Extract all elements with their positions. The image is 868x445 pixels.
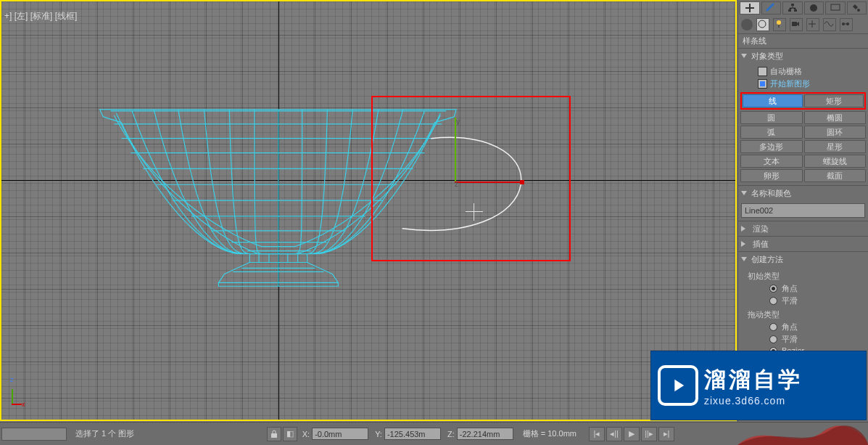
btn-polygon[interactable]: 多边形 bbox=[740, 140, 803, 153]
shapes-icon[interactable] bbox=[756, 18, 769, 31]
rollout-title: 对象类型 bbox=[751, 51, 783, 62]
tab-hierarchy[interactable] bbox=[782, 1, 803, 15]
svg-rect-8 bbox=[792, 22, 797, 26]
viewport-left[interactable]: y z +] [左] [标准] [线框] z x bbox=[0, 0, 737, 421]
radio-initial-corner[interactable] bbox=[769, 285, 777, 293]
goto-start-icon[interactable]: |◂ bbox=[589, 427, 605, 441]
opt-label: 平滑 bbox=[782, 295, 798, 306]
btn-line[interactable]: 线 bbox=[743, 94, 803, 107]
btn-circle[interactable]: 圆 bbox=[740, 111, 803, 124]
spacewarps-icon[interactable] bbox=[823, 18, 836, 31]
play-icon[interactable]: ▶ bbox=[624, 427, 640, 441]
watermark-title: 溜溜自学 bbox=[704, 365, 803, 395]
helpers-icon[interactable] bbox=[806, 18, 819, 31]
view-axes-icon: z x bbox=[12, 383, 26, 405]
watermark-url: zixue.3d66.com bbox=[704, 395, 803, 407]
svg-rect-11 bbox=[271, 433, 277, 438]
btn-egg[interactable]: 卵形 bbox=[740, 169, 803, 182]
tab-display[interactable] bbox=[825, 1, 846, 15]
radio-drag-corner[interactable] bbox=[769, 323, 777, 331]
cameras-icon[interactable] bbox=[790, 18, 803, 31]
autogrid-checkbox[interactable] bbox=[758, 67, 767, 76]
selection-lock-icon[interactable] bbox=[267, 427, 281, 441]
chevron-right-icon bbox=[741, 226, 748, 232]
btn-section[interactable]: 截面 bbox=[804, 169, 867, 182]
tab-create[interactable] bbox=[740, 1, 760, 15]
decorative-wave-icon bbox=[737, 425, 868, 445]
rollout-object-type: 对象类型 自动栅格 开始新图形 线 矩形 圆椭圆 弧圆环 多边形星形 文本螺旋线… bbox=[738, 48, 868, 185]
rollout-creation-method: 创建方法 初始类型 角点 平滑 拖动类型 角点 平滑 Bezier bbox=[738, 251, 868, 358]
tab-motion[interactable] bbox=[804, 1, 824, 15]
next-frame-icon[interactable]: ||▸ bbox=[641, 427, 657, 441]
svg-point-7 bbox=[777, 20, 781, 25]
category-dropdown[interactable]: 样条线 bbox=[738, 33, 868, 48]
coord-y: Y: bbox=[373, 428, 441, 440]
tab-utilities[interactable] bbox=[847, 1, 867, 15]
svg-point-9 bbox=[842, 23, 845, 25]
viewport-label[interactable]: +] [左] [标准] [线框] bbox=[4, 10, 77, 23]
rollout-head-name-color[interactable]: 名称和颜色 bbox=[738, 186, 868, 200]
prev-frame-icon[interactable]: ◂|| bbox=[606, 427, 622, 441]
rollout-title: 创建方法 bbox=[751, 254, 783, 265]
chevron-right-icon bbox=[741, 241, 748, 247]
rollout-head-render[interactable]: 渲染 bbox=[738, 221, 868, 236]
selection-filter-icon[interactable]: ◧ bbox=[283, 427, 297, 441]
rollout-title: 插值 bbox=[753, 239, 769, 250]
btn-text[interactable]: 文本 bbox=[740, 155, 803, 168]
initial-type-label: 初始类型 bbox=[740, 271, 866, 282]
btn-ellipse[interactable]: 椭圆 bbox=[804, 111, 867, 124]
radio-initial-smooth[interactable] bbox=[769, 297, 777, 305]
btn-helix[interactable]: 螺旋线 bbox=[804, 155, 867, 168]
svg-rect-4 bbox=[831, 4, 840, 10]
svg-point-3 bbox=[810, 4, 817, 12]
autogrid-label: 自动栅格 bbox=[770, 66, 802, 77]
playback-controls: |◂ ◂|| ▶ ||▸ ▸| bbox=[588, 427, 675, 441]
svg-point-6 bbox=[759, 20, 766, 28]
opt-label: 角点 bbox=[782, 283, 798, 294]
grid-size-label: 栅格 = 10.0mm bbox=[516, 428, 584, 439]
drag-type-label: 拖动类型 bbox=[740, 309, 866, 320]
selection-status: 选择了 1 个 图形 bbox=[70, 428, 140, 439]
systems-icon[interactable] bbox=[840, 18, 853, 31]
timeline-scrub[interactable] bbox=[1, 428, 67, 441]
btn-ring[interactable]: 圆环 bbox=[804, 126, 867, 139]
chevron-down-icon bbox=[741, 257, 747, 261]
geometry-icon[interactable] bbox=[741, 19, 753, 30]
start-new-shape-checkbox[interactable] bbox=[758, 79, 767, 89]
rollout-name-color: 名称和颜色 Line002 bbox=[738, 185, 868, 218]
btn-arc[interactable]: 弧 bbox=[740, 126, 803, 139]
rollout-title: 名称和颜色 bbox=[751, 188, 791, 199]
coord-x-label: X: bbox=[300, 430, 312, 438]
radio-drag-smooth[interactable] bbox=[769, 335, 777, 343]
rollout-head-interp[interactable]: 插值 bbox=[738, 237, 868, 251]
panel-tab-row bbox=[738, 0, 868, 16]
svg-rect-1 bbox=[788, 9, 791, 12]
opt-label: 角点 bbox=[782, 322, 798, 332]
opt-label: 平滑 bbox=[782, 334, 798, 345]
viewport-grid bbox=[1, 1, 735, 420]
object-name-field[interactable]: Line002 bbox=[741, 203, 865, 218]
coord-z-input[interactable] bbox=[457, 428, 513, 440]
coord-x-input[interactable] bbox=[312, 428, 368, 440]
coord-z: Z: bbox=[445, 428, 513, 440]
tab-modify[interactable] bbox=[761, 1, 782, 15]
rollout-head-object-type[interactable]: 对象类型 bbox=[738, 49, 868, 63]
annotation-highlight-box bbox=[371, 96, 571, 261]
rollout-title: 渲染 bbox=[753, 224, 769, 234]
rollout-head-creation[interactable]: 创建方法 bbox=[738, 252, 868, 266]
axis-vertical bbox=[278, 1, 279, 420]
coord-y-input[interactable] bbox=[384, 428, 441, 440]
create-subcategory-row bbox=[738, 16, 868, 33]
rollout-render: 渲染 bbox=[738, 221, 868, 236]
start-new-shape-label: 开始新图形 bbox=[770, 78, 810, 89]
svg-rect-2 bbox=[794, 9, 797, 12]
svg-point-5 bbox=[857, 9, 860, 12]
btn-rect[interactable]: 矩形 bbox=[804, 94, 864, 107]
btn-star[interactable]: 星形 bbox=[804, 140, 867, 153]
watermark-banner: 溜溜自学 zixue.3d66.com bbox=[650, 351, 867, 420]
lights-icon[interactable] bbox=[773, 18, 786, 31]
goto-end-icon[interactable]: ▸| bbox=[658, 427, 674, 441]
coord-z-label: Z: bbox=[445, 430, 457, 438]
coord-x: X: bbox=[300, 428, 368, 440]
axis-horizontal bbox=[1, 180, 735, 181]
